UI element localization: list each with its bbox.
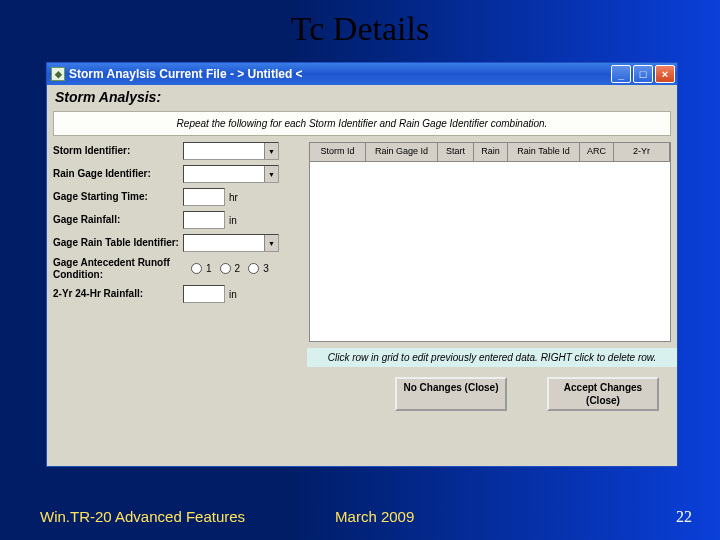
arc-label: Gage Antecedent Runoff Condition: (53, 257, 183, 280)
page-number: 22 (676, 508, 692, 526)
gage-rainfall-input[interactable] (183, 211, 225, 229)
arc-radio-2[interactable] (220, 263, 231, 274)
col-start[interactable]: Start (438, 143, 474, 161)
grid-body[interactable] (309, 162, 671, 342)
section-subtitle: Storm Analysis: (47, 85, 677, 109)
form-panel: Storm Identifier: ▼ Rain Gage Identifier… (53, 142, 303, 342)
window-titlebar[interactable]: ◆ Storm Anaylsis Current File - > Untitl… (47, 63, 677, 85)
arc-radio-1-label: 1 (206, 263, 212, 274)
no-changes-button[interactable]: No Changes (Close) (395, 377, 507, 411)
gage-starting-time-label: Gage Starting Time: (53, 191, 183, 203)
arc-radio-1[interactable] (191, 263, 202, 274)
storm-identifier-combo[interactable]: ▼ (183, 142, 279, 160)
rainfall-24hr-label: 2-Yr 24-Hr Rainfall: (53, 288, 183, 300)
footer-left: Win.TR-20 Advanced Features (40, 508, 245, 525)
slide-title: Tc Details (0, 0, 720, 54)
col-rain-table-id[interactable]: Rain Table Id (508, 143, 580, 161)
arc-radio-3-label: 3 (263, 263, 269, 274)
col-rain-gage-id[interactable]: Rain Gage Id (366, 143, 438, 161)
app-icon: ◆ (51, 67, 65, 81)
instruction-text: Repeat the following for each Storm Iden… (53, 111, 671, 136)
gage-rain-table-label: Gage Rain Table Identifier: (53, 237, 183, 249)
storm-analysis-window: ◆ Storm Anaylsis Current File - > Untitl… (46, 62, 678, 467)
chevron-down-icon[interactable]: ▼ (264, 235, 278, 251)
col-arc[interactable]: ARC (580, 143, 614, 161)
gage-rainfall-label: Gage Rainfall: (53, 214, 183, 226)
col-2yr[interactable]: 2-Yr (614, 143, 670, 161)
storm-identifier-label: Storm Identifier: (53, 145, 183, 157)
unit-in-2: in (229, 289, 237, 300)
minimize-button[interactable]: _ (611, 65, 631, 83)
unit-hr: hr (229, 192, 238, 203)
rain-gage-identifier-combo[interactable]: ▼ (183, 165, 279, 183)
close-button[interactable]: × (655, 65, 675, 83)
rainfall-24hr-input[interactable] (183, 285, 225, 303)
grid-hint: Click row in grid to edit previously ent… (307, 348, 677, 367)
arc-radio-2-label: 2 (235, 263, 241, 274)
accept-changes-button[interactable]: Accept Changes (Close) (547, 377, 659, 411)
window-title: Storm Anaylsis Current File - > Untitled… (69, 67, 303, 81)
chevron-down-icon[interactable]: ▼ (264, 166, 278, 182)
chevron-down-icon[interactable]: ▼ (264, 143, 278, 159)
gage-rain-table-combo[interactable]: ▼ (183, 234, 279, 252)
footer-center: March 2009 (335, 508, 414, 525)
unit-in: in (229, 215, 237, 226)
gage-starting-time-input[interactable] (183, 188, 225, 206)
data-grid[interactable]: Storm Id Rain Gage Id Start Rain Rain Ta… (309, 142, 671, 342)
arc-radio-3[interactable] (248, 263, 259, 274)
maximize-button[interactable]: □ (633, 65, 653, 83)
col-storm-id[interactable]: Storm Id (310, 143, 366, 161)
col-rain[interactable]: Rain (474, 143, 508, 161)
rain-gage-identifier-label: Rain Gage Identifier: (53, 168, 183, 180)
